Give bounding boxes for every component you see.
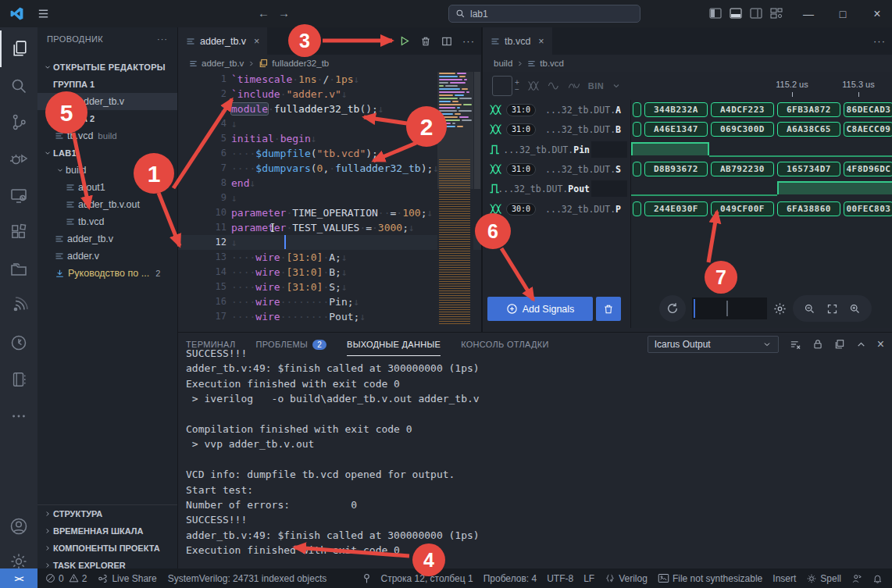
zoom-out-icon[interactable] [804,303,815,315]
settings-icon[interactable] [773,302,787,315]
activity-wireless-icon[interactable] [0,287,37,324]
tab-adder-tb-v[interactable]: adder_tb.v × [178,27,267,55]
status-item-person[interactable] [851,573,862,584]
tree-item-tb.vcd[interactable]: tb.vcd [37,213,177,230]
editor-more-icon[interactable]: ··· [462,35,475,47]
minimize-button[interactable]: — [795,0,822,27]
tree-item--2[interactable]: ГРУППА 2 [37,110,177,127]
activity-remote-explorer-icon[interactable] [0,177,37,214]
signal-row-Pin[interactable]: ...32_tb.DUT.Pin [483,140,630,159]
zoom-in-icon[interactable] [849,303,861,315]
activity-notebook-icon[interactable] [0,361,37,397]
code-line-4[interactable]: 4↓ [178,116,481,131]
tree-item-adder_tb.v[interactable]: adder_tb.v [37,230,177,248]
code-line-8[interactable]: 8end↓ [178,176,481,191]
status-item--12-1[interactable]: Строка 12, столбец 1 [381,573,473,584]
close-button[interactable]: × [864,0,890,27]
code-line-10[interactable]: 10parameter·TIME_OPERATION··=·100;↓ [178,205,481,220]
activity-account-icon[interactable] [0,508,37,544]
status-item-0[interactable]: 0 [45,573,64,584]
signal-row-B[interactable]: 31:0...32_tb.DUT.B [483,119,630,139]
code-line-14[interactable]: 14····wire·[31:0]·B;↓ [178,265,481,280]
minimap[interactable] [437,72,473,332]
remote-indicator[interactable]: >< [0,568,37,588]
breadcrumb-file[interactable]: adder_tb.v [202,59,244,68]
code-line-9[interactable]: 9↓ [178,191,481,205]
toggle-sidebar-icon[interactable] [709,7,722,20]
activity-explorer-icon[interactable] [0,30,37,67]
code-line-6[interactable]: 6····$dumpfile("tb.vcd");↓ [178,146,481,161]
code-line-1[interactable]: 1`timescale·1ns·/·1ps↓ [178,72,481,87]
status-item-insert[interactable]: Insert [772,573,796,584]
code-line-7[interactable]: 7····$dumpvars(0,·fulladder32_tb);↓ [178,161,481,176]
run-button[interactable] [398,35,410,47]
status-item-bell[interactable] [872,573,883,584]
delete-signals-button[interactable] [596,297,621,321]
tree-item-LAB1[interactable]: LAB1 [37,144,177,162]
code-editor[interactable]: 1`timescale·1ns·/·1ps↓2`include·"adder.v… [178,72,481,332]
terminal-output[interactable]: SUCCESS!!!adder_tb.v:49: $finish called … [186,346,881,561]
tree-item-adder_tb.v.out[interactable]: adder_tb.v.out [37,196,177,213]
menu-icon[interactable] [37,7,50,20]
signal-row-Pout[interactable]: ...32_tb.DUT.Pout [483,179,630,198]
add-signals-button[interactable]: Add Signals [487,297,593,321]
sidebar-section-КОМПОНЕНТЫ-ПРОЕКТА[interactable]: КОМПОНЕНТЫ ПРОЕКТА [37,540,177,557]
sidebar-section-СТРУКТУРА[interactable]: СТРУКТУРА [37,505,177,522]
zoom-fit-icon[interactable] [826,303,838,315]
code-line-2[interactable]: 2`include·"adder.v"↓ [178,87,481,102]
code-line-16[interactable]: 16····wire········Pin;↓ [178,294,481,309]
toggle-panel-icon[interactable] [730,7,742,20]
maximize-button[interactable]: □ [830,0,856,27]
nav-back-icon[interactable]: ← [258,6,269,20]
split-editor-icon[interactable] [441,36,452,47]
tree-item-tb.vcd[interactable]: tb.vcdbuild [37,127,177,144]
tree-item--1[interactable]: ГРУППА 1 [37,76,177,93]
code-line-17[interactable]: 17····wire········Pout;↓ [178,309,481,324]
time-input[interactable] [692,298,767,319]
tree-item--[interactable]: ОТКРЫТЫЕ РЕДАКТОРЫ [37,59,177,76]
code-line-11[interactable]: 11parameter·TEST_VALUES·=·3000;↓ [178,220,481,235]
signal-row-A[interactable]: 31:0...32_tb.DUT.A [483,100,630,119]
tree-item-adder.v[interactable]: adder.v [37,248,177,265]
code-line-12[interactable]: 12↓ [178,235,481,250]
status-item-live-share[interactable]: Live Share [98,573,156,584]
explorer-more-icon[interactable]: ··· [157,34,168,44]
tree-item-adder_tb.v[interactable]: adder_tb.v [37,93,177,110]
activity-more-icon[interactable] [0,397,37,434]
activity-search-icon[interactable] [0,67,37,104]
signal-row-S[interactable]: 31:0...32_tb.DUT.S [483,159,630,179]
activity-extensions-icon[interactable] [0,214,37,251]
nav-forward-icon[interactable]: → [278,6,290,20]
status-item-systemverilog-24731-indexed-ob[interactable]: SystemVerilog: 24731 indexed objects [168,573,326,584]
status-item-2[interactable]: 2 [69,573,87,584]
tree-item-a.out1[interactable]: a.out1 [37,179,177,196]
status-item-file-not-synthesizable[interactable]: File not synthesizable [658,573,762,584]
toggle-secondary-sidebar-icon[interactable] [750,7,762,20]
tree-item-build[interactable]: build [37,162,177,179]
activity-source-control-icon[interactable] [0,104,37,141]
status-item-utf-8[interactable]: UTF-8 [547,573,573,584]
tab-close-icon[interactable]: × [254,36,259,47]
editor-scrollbar[interactable] [473,72,481,332]
tree-item--...[interactable]: Руководство по ...2 [37,265,177,282]
breadcrumb-symbol[interactable]: fulladder32_tb [272,59,329,68]
status-item-lf[interactable]: LF [583,573,594,584]
status-item--4[interactable]: Пробелов: 4 [483,573,537,584]
status-item-plug[interactable] [362,573,371,584]
signal-row-P[interactable]: 30:0...32_tb.DUT.P [483,199,630,219]
sidebar-section-ВРЕМЕННАЯ-ШКАЛА[interactable]: ВРЕМЕННАЯ ШКАЛА [37,522,177,540]
refresh-button[interactable] [659,295,686,322]
breadcrumb[interactable]: adder_tb.v fulladder32_tb [178,55,481,72]
customize-layout-icon[interactable] [770,7,783,20]
code-line-3[interactable]: 3module·fulladder32_tb();↓ [178,102,481,116]
status-item-spell[interactable]: Spell [806,573,841,584]
code-line-5[interactable]: 5initial·begin↓ [178,131,481,146]
activity-project-folder-icon[interactable] [0,251,37,287]
command-search-box[interactable]: lab1 [448,5,640,23]
activity-timeline-clock-icon[interactable] [0,324,37,361]
code-line-15[interactable]: 15····wire·[31:0]·S;↓ [178,280,481,294]
trash-icon[interactable] [420,36,431,47]
activity-run-debug-icon[interactable] [0,141,37,177]
status-item-verilog[interactable]: Verilog [605,573,648,584]
code-line-13[interactable]: 13····wire·[31:0]·A;↓ [178,250,481,265]
